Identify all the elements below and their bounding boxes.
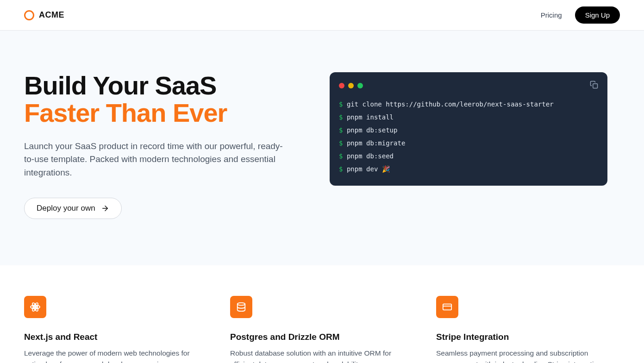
window-controls [339,83,363,88]
header: ACME Pricing Sign Up [0,0,644,31]
terminal-line: $ pnpm db:migrate [339,137,598,150]
features-section: Next.js and React Leverage the power of … [0,265,644,363]
terminal-line: $ pnpm db:seed [339,150,598,163]
credit-card-icon [436,296,458,318]
terminal-header [339,81,598,90]
feature-description: Leverage the power of modern web technol… [24,348,208,363]
feature-description: Robust database solution with an intuiti… [230,348,414,363]
feature-title: Postgres and Drizzle ORM [230,332,414,342]
svg-point-6 [238,303,245,306]
hero-title-line1: Build Your SaaS [24,71,216,100]
feature-title: Next.js and React [24,332,208,342]
feature-title: Stripe Integration [436,332,620,342]
terminal-line: $ pnpm db:setup [339,124,598,137]
logo[interactable]: ACME [24,10,64,20]
svg-point-2 [34,306,36,308]
signup-button[interactable]: Sign Up [575,6,620,24]
feature-nextjs: Next.js and React Leverage the power of … [24,296,208,363]
copy-icon[interactable] [590,81,598,90]
close-dot-icon [339,83,344,88]
hero-terminal-wrap: $ git clone https://github.com/leerob/ne… [330,72,607,186]
nav-right: Pricing Sign Up [541,6,620,24]
pricing-link[interactable]: Pricing [541,11,562,19]
terminal: $ git clone https://github.com/leerob/ne… [330,72,607,186]
database-icon [230,296,252,318]
brand-name: ACME [39,10,64,20]
terminal-line: $ git clone https://github.com/leerob/ne… [339,98,598,111]
logo-circle-icon [24,10,34,20]
svg-rect-7 [443,304,451,310]
arrow-right-icon [101,204,109,213]
react-icon [24,296,46,318]
minimize-dot-icon [348,83,354,88]
svg-rect-1 [593,84,598,88]
hero-description: Launch your SaaS product in record time … [24,140,288,180]
feature-description: Seamless payment processing and subscrip… [436,348,620,363]
deploy-button-label: Deploy your own [37,204,95,213]
feature-stripe: Stripe Integration Seamless payment proc… [436,296,620,363]
terminal-line: $ pnpm install [339,111,598,124]
maximize-dot-icon [357,83,363,88]
hero-title-line2: Faster Than Ever [24,100,302,127]
hero-section: Build Your SaaS Faster Than Ever Launch … [0,31,644,265]
hero-content: Build Your SaaS Faster Than Ever Launch … [24,72,302,219]
terminal-line: $ pnpm dev 🎉 [339,163,598,175]
deploy-button[interactable]: Deploy your own [24,198,122,219]
feature-postgres: Postgres and Drizzle ORM Robust database… [230,296,414,363]
hero-title: Build Your SaaS Faster Than Ever [24,72,302,127]
